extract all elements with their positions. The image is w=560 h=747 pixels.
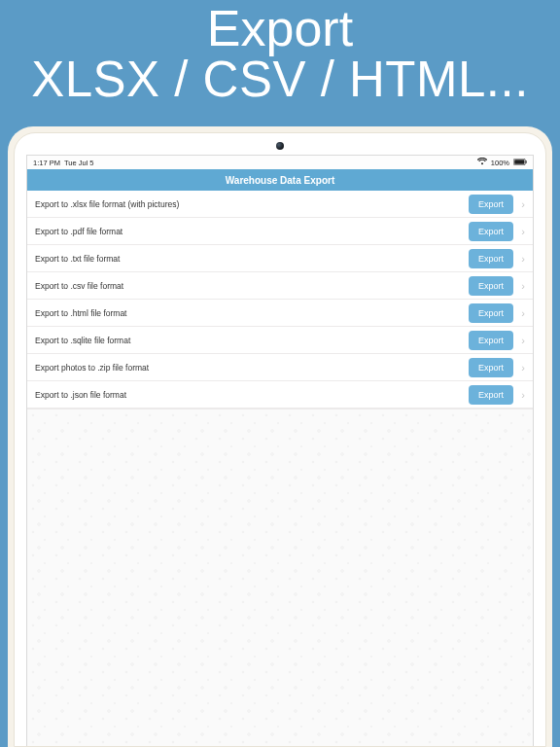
chevron-right-icon: › <box>519 362 527 374</box>
navbar-title: Warehouse Data Export <box>226 175 334 186</box>
export-button[interactable]: Export <box>469 195 513 214</box>
app-screen: 1:17 PM Tue Jul 5 100% Warehouse <box>26 155 534 746</box>
list-item[interactable]: Export to .csv file format Export › <box>27 272 533 300</box>
status-date: Tue Jul 5 <box>64 159 94 167</box>
list-item[interactable]: Export to .pdf file format Export › <box>27 218 533 245</box>
device-frame: 1:17 PM Tue Jul 5 100% Warehouse <box>8 126 552 747</box>
battery-icon <box>513 159 527 167</box>
wifi-icon <box>477 158 487 167</box>
device-inner: 1:17 PM Tue Jul 5 100% Warehouse <box>14 132 546 747</box>
content-background <box>27 409 533 746</box>
export-button[interactable]: Export <box>469 276 513 296</box>
chevron-right-icon: › <box>519 226 527 237</box>
row-label: Export to .xlsx file format (with pictur… <box>35 199 463 209</box>
export-button[interactable]: Export <box>469 303 513 323</box>
list-item[interactable]: Export to .html file format Export › <box>27 300 533 327</box>
row-label: Export to .json file format <box>35 390 463 400</box>
row-label: Export to .html file format <box>35 308 463 318</box>
camera-icon <box>276 142 284 150</box>
row-label: Export to .pdf file format <box>35 227 463 236</box>
list-item[interactable]: Export to .json file format Export › <box>27 381 533 409</box>
list-item[interactable]: Export to .xlsx file format (with pictur… <box>27 191 533 218</box>
list-item[interactable]: Export to .sqlite file format Export › <box>27 327 533 354</box>
list-item[interactable]: Export to .txt file format Export › <box>27 245 533 272</box>
export-button[interactable]: Export <box>469 385 513 405</box>
export-list: Export to .xlsx file format (with pictur… <box>27 191 533 409</box>
svg-rect-2 <box>526 160 527 163</box>
export-button[interactable]: Export <box>469 249 513 268</box>
row-label: Export photos to .zip file format <box>35 363 463 373</box>
chevron-right-icon: › <box>519 389 527 401</box>
export-button[interactable]: Export <box>469 358 513 377</box>
chevron-right-icon: › <box>519 335 527 346</box>
status-time: 1:17 PM <box>33 159 60 167</box>
export-button[interactable]: Export <box>469 331 513 350</box>
promo-stage: Export XLSX / CSV / HTML... 1:17 PM Tue … <box>0 0 560 747</box>
chevron-right-icon: › <box>519 198 527 210</box>
chevron-right-icon: › <box>519 307 527 319</box>
svg-rect-1 <box>514 160 524 164</box>
status-bar: 1:17 PM Tue Jul 5 100% <box>27 156 533 169</box>
status-battery-pct: 100% <box>491 159 509 167</box>
row-label: Export to .txt file format <box>35 254 463 264</box>
chevron-right-icon: › <box>519 280 527 292</box>
export-button[interactable]: Export <box>469 222 513 241</box>
list-item[interactable]: Export photos to .zip file format Export… <box>27 354 533 381</box>
banner-subtitle: XLSX / CSV / HTML... <box>0 53 560 106</box>
navbar: Warehouse Data Export <box>27 169 533 191</box>
banner-title: Export <box>0 0 560 55</box>
row-label: Export to .sqlite file format <box>35 336 463 345</box>
chevron-right-icon: › <box>519 253 527 265</box>
row-label: Export to .csv file format <box>35 281 463 291</box>
